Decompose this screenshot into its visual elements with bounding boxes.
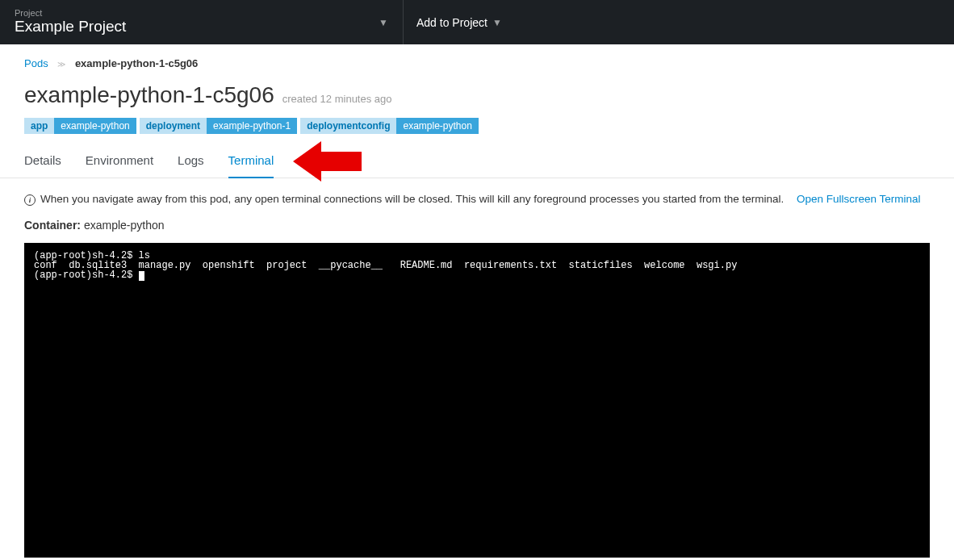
label-deployment[interactable]: deployment example-python-1: [140, 118, 297, 134]
chevron-right-icon: ≫: [57, 60, 65, 69]
terminal-line: (app-root)sh-4.2$: [34, 270, 139, 281]
notice-text: When you navigate away from this pod, an…: [40, 193, 784, 205]
label-val: example-python: [396, 118, 478, 134]
project-selector[interactable]: Project Example Project ▼: [0, 0, 404, 44]
page-title: example-python-1-c5g06: [24, 82, 274, 107]
terminal[interactable]: (app-root)sh-4.2$ ls conf db.sqlite3 man…: [24, 243, 930, 558]
add-to-project-dropdown[interactable]: Add to Project ▼: [404, 0, 515, 44]
chevron-down-icon: ▼: [379, 17, 388, 28]
label-deploymentconfig[interactable]: deploymentconfig example-python: [300, 118, 479, 134]
breadcrumb: Pods ≫ example-python-1-c5g06: [0, 44, 954, 77]
terminal-cursor: [139, 271, 144, 281]
created-timestamp: created 12 minutes ago: [282, 93, 392, 105]
add-to-project-label: Add to Project: [416, 16, 487, 29]
tab-terminal[interactable]: Terminal: [228, 145, 274, 178]
container-name: example-python: [84, 219, 165, 232]
chevron-down-icon: ▼: [492, 17, 502, 28]
label-key: app: [24, 118, 54, 134]
tabs: Details Environment Logs Terminal: [0, 145, 954, 178]
terminal-line: conf db.sqlite3 manage.py openshift proj…: [34, 260, 737, 271]
breadcrumb-current: example-python-1-c5g06: [75, 57, 198, 69]
label-val: example-python: [54, 118, 136, 134]
tab-details[interactable]: Details: [24, 145, 61, 178]
project-label: Project: [15, 8, 126, 18]
container-line: Container: example-python: [0, 211, 954, 243]
svg-marker-0: [293, 141, 362, 182]
label-val: example-python-1: [207, 118, 297, 134]
breadcrumb-root-link[interactable]: Pods: [24, 57, 48, 69]
terminal-notice: i When you navigate away from this pod, …: [0, 178, 954, 211]
label-app[interactable]: app example-python: [24, 118, 136, 134]
label-key: deployment: [140, 118, 207, 134]
info-icon: i: [24, 194, 36, 206]
label-key: deploymentconfig: [300, 118, 396, 134]
container-label: Container:: [24, 219, 81, 232]
project-name: Example Project: [15, 18, 126, 36]
tab-environment[interactable]: Environment: [86, 145, 153, 178]
open-fullscreen-link[interactable]: Open Fullscreen Terminal: [797, 193, 921, 205]
top-bar: Project Example Project ▼ Add to Project…: [0, 0, 954, 44]
tab-logs[interactable]: Logs: [178, 145, 204, 178]
labels-row: app example-python deployment example-py…: [0, 111, 954, 145]
